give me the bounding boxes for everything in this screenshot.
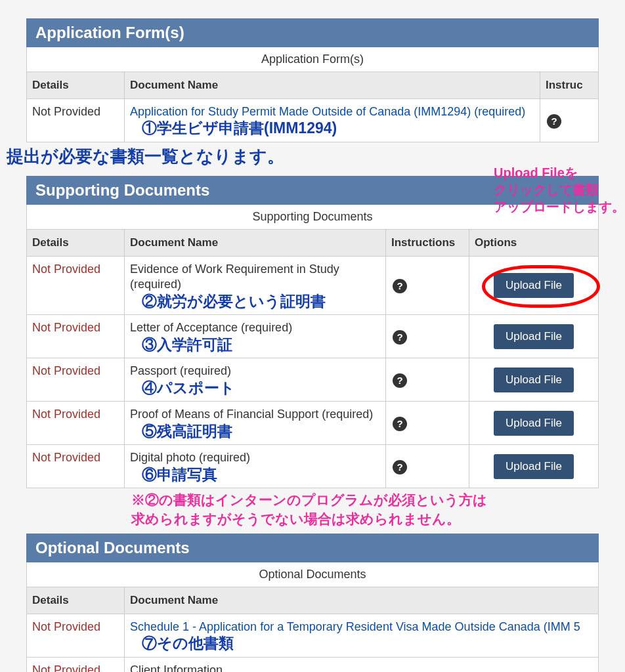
annotation-intern-note: ※②の書類はインターンのプログラムが必須という方は 求められますがそうでない場合… <box>26 488 599 528</box>
table-row: Not Provided Evidence of Work Requiremen… <box>27 256 599 314</box>
section-header-optional: Optional Documents <box>26 534 599 562</box>
annotation-doc-7: ⑦その他書類 <box>130 635 593 653</box>
help-icon[interactable]: ? <box>393 330 407 345</box>
doc-link-schedule1[interactable]: Schedule 1 - Application for a Temporary… <box>130 620 580 633</box>
col-details: Details <box>27 587 125 614</box>
doc-name: Letter of Acceptance (required) <box>130 321 292 334</box>
table-row: Not Provided Schedule 1 - Application fo… <box>27 614 599 657</box>
upload-file-button[interactable]: Upload File <box>494 368 574 392</box>
cell-details: Not Provided <box>27 614 125 657</box>
cell-docname: Proof of Means of Financial Support (req… <box>125 402 386 445</box>
doc-link-imm1294[interactable]: Application for Study Permit Made Outsid… <box>130 105 525 118</box>
cell-docname: Digital photo (required) ⑥申請写真 <box>125 445 386 488</box>
cell-details: Not Provided <box>27 315 125 358</box>
upload-file-button[interactable]: Upload File <box>494 324 574 349</box>
col-instructions: Instructions <box>386 229 469 256</box>
table-row: Not Provided Letter of Acceptance (requi… <box>27 315 599 358</box>
cell-details: Not Provided <box>27 256 125 314</box>
doc-name: Passport (required) <box>130 364 231 377</box>
cell-details: Not Provided <box>27 657 125 672</box>
doc-name: Digital photo (required) <box>130 451 250 464</box>
annotation-doc-2: ②就労が必要という証明書 <box>130 293 380 311</box>
cell-details: Not Provided <box>27 99 125 142</box>
table-row: Not Provided Proof of Means of Financial… <box>27 402 599 445</box>
supporting-documents-table: Details Document Name Instructions Optio… <box>26 229 599 488</box>
annotation-doc-6: ⑥申請写真 <box>130 466 380 484</box>
help-icon[interactable]: ? <box>547 114 561 129</box>
section-caption-optional: Optional Documents <box>26 562 599 587</box>
annotation-doc-1: ①学生ビザ申請書(IMM1294) <box>130 119 534 138</box>
section-header-application-forms: Application Form(s) <box>26 18 599 47</box>
cell-docname: Schedule 1 - Application for a Temporary… <box>125 614 599 657</box>
help-icon[interactable]: ? <box>393 279 407 293</box>
cell-details: Not Provided <box>27 445 125 488</box>
cell-details: Not Provided <box>27 358 125 402</box>
cell-docname: Application for Study Permit Made Outsid… <box>125 99 540 142</box>
doc-name: Proof of Means of Financial Support (req… <box>130 408 373 421</box>
cell-docname: Evidence of Work Requirement in Study (r… <box>125 256 386 314</box>
upload-file-button[interactable]: Upload File <box>494 411 574 436</box>
col-docname: Document Name <box>125 587 599 614</box>
cell-details: Not Provided <box>27 402 125 445</box>
help-icon[interactable]: ? <box>393 373 407 388</box>
cell-instructions: ? <box>540 99 599 142</box>
application-forms-table: Details Document Name Instruc Not Provid… <box>26 72 599 142</box>
col-details: Details <box>27 229 125 256</box>
col-docname: Document Name <box>125 229 386 256</box>
table-row: Not Provided Client Information ※⑦その他書類は <box>27 657 599 672</box>
annotation-doc-3: ③入学許可証 <box>130 336 380 354</box>
cell-docname: Passport (required) ④パスポート <box>125 358 386 402</box>
col-options: Options <box>469 229 599 256</box>
col-details: Details <box>27 72 125 99</box>
table-row: Not Provided Digital photo (required) ⑥申… <box>27 445 599 488</box>
upload-file-button[interactable]: Upload File <box>494 273 574 298</box>
help-icon[interactable]: ? <box>393 460 407 474</box>
help-icon[interactable]: ? <box>393 417 407 431</box>
optional-documents-table: Details Document Name Not Provided Sched… <box>26 587 599 672</box>
upload-file-button[interactable]: Upload File <box>494 454 574 479</box>
cell-docname: Client Information ※⑦その他書類は <box>125 657 599 672</box>
cell-docname: Letter of Acceptance (required) ③入学許可証 <box>125 315 386 358</box>
annotation-upload-instructions: Upload Fileを クリックして書類 アップロードします。 <box>494 164 625 215</box>
table-row: Not Provided Application for Study Permi… <box>27 99 599 142</box>
col-instructions: Instruc <box>540 72 599 99</box>
doc-name: Evidence of Work Requirement in Study (r… <box>130 262 339 291</box>
annotation-doc-4: ④パスポート <box>130 379 380 398</box>
doc-name: Client Information <box>130 663 223 672</box>
annotation-doc-5: ⑤残高証明書 <box>130 423 380 441</box>
col-docname: Document Name <box>125 72 540 99</box>
table-row: Not Provided Passport (required) ④パスポート … <box>27 358 599 402</box>
section-caption-application-forms: Application Form(s) <box>26 47 599 72</box>
